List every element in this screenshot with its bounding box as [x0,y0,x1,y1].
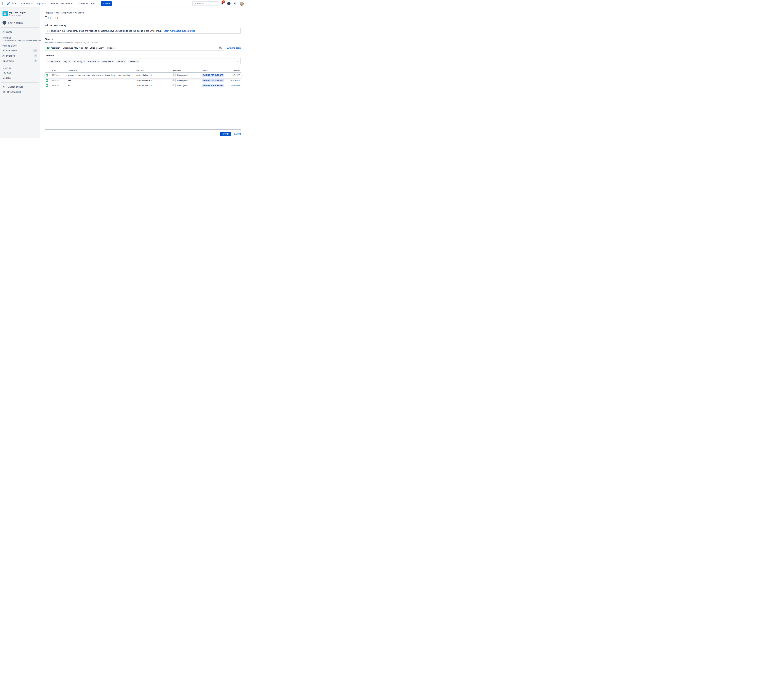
remove-chip-icon[interactable]: ✕ [68,61,70,62]
issue-assignee: Unassigned [177,84,188,87]
issue-key: MIP-28 [52,79,68,81]
settings-button[interactable]: ⚙ [233,2,237,6]
remove-chip-icon[interactable]: ✕ [97,61,99,62]
chevron-down-icon [3,68,4,69]
col-header-reporter: Reporter [137,69,173,71]
remove-chip-icon[interactable]: ✕ [137,61,138,62]
sidebar-item-all-tickets[interactable]: All tickets [0,29,40,34]
sidebar-item-toulouse[interactable]: Toulouse [0,70,40,75]
remove-chip-icon[interactable]: ✕ [83,61,85,62]
jira-logo[interactable]: Jira [7,2,16,5]
columns-chip-list: Issue Type ✕ Key ✕ Summary ✕ Reporter ✕ … [47,59,236,63]
count-badge: 0 [34,54,37,57]
issue-created-date: 16/Dec/22 [230,79,240,81]
table-row[interactable]: MIP-28 test Juliette Lallement Unassigne… [45,78,241,83]
manage-queues-button[interactable]: ⚙ Manage queues [0,84,40,89]
remove-chip-icon[interactable]: ✕ [124,61,125,62]
back-to-project-label: Back to project [8,22,23,24]
issue-summary-link[interactable]: Automatically triage issue to the queue … [68,74,137,76]
sidebar-item-montreal[interactable]: Montreal [0,75,40,81]
jql-help-icon[interactable]: ? [219,47,222,49]
columns-heading: Columns [45,54,241,57]
global-search[interactable] [192,1,218,6]
chevron-down-icon[interactable] [237,61,239,62]
nav-item-projects[interactable]: Projects [34,0,48,7]
project-header: My ITSM project Service project [0,11,40,16]
team-priority-card: Queues in the Team priority group are vi… [45,28,241,34]
jql-input[interactable]: ✓ resolution = Unresolved AND "Reporter … [45,45,224,51]
issue-reporter: Juliette Lallement [137,79,173,81]
chevron-down-icon [74,3,75,4]
help-icon: ? [227,2,230,5]
sidebar-item-all-open-tickets[interactable]: All open tickets 30 [0,48,40,53]
prefilter-text: This queue is already filtered by: [45,42,73,44]
user-avatar[interactable] [240,2,244,6]
unassigned-avatar-icon [173,73,176,77]
issue-key: MIP-30 [52,74,68,76]
column-chip-assignee: Assignee ✕ [101,59,115,63]
remove-chip-icon[interactable]: ✕ [112,61,114,62]
count-badge: 0 [34,59,37,62]
column-chip-key: Key ✕ [63,59,71,63]
column-chip-reporter: Reporter ✕ [87,59,100,63]
nav-item-filters[interactable]: Filters [48,0,59,7]
help-button[interactable]: ? [227,2,231,6]
columns-select[interactable]: Issue Type ✕ Key ✕ Summary ✕ Reporter ✕ … [45,58,241,64]
project-avatar-icon [3,11,8,16]
switch-to-basic-link[interactable]: Switch to basic [227,47,241,49]
column-chip-issue-type: Issue Type ✕ [47,59,61,63]
sidebar-item-all-my-tickets[interactable]: All my tickets 0 [0,53,40,58]
nav-item-apps[interactable]: Apps [89,0,100,7]
nav-create-button[interactable]: Create [101,1,112,6]
status-badge: WAITING FOR SUPPORT [202,74,224,76]
queue-groups-learn-more-link[interactable]: Learn more about queue groups. [163,30,196,32]
jira-logo-text: Jira [11,2,16,5]
chevron-down-icon [56,3,58,4]
nav-item-your-work[interactable]: Your work [19,0,34,7]
project-type: Service project [9,14,26,16]
team-priority-description: Queues in the Team priority group are vi… [51,30,162,32]
col-header-status: Status [202,69,230,71]
breadcrumb-all-tickets[interactable]: All tickets [75,11,84,14]
nav-item-people[interactable]: People [77,0,89,7]
unassigned-avatar-icon [173,84,176,87]
sidebar-item-open-tasks[interactable]: Open tasks 0 [0,58,40,64]
top-navigation: Jira Your work Projects Filters Dashboar… [0,0,246,7]
issue-reporter: Juliette Lallement [137,74,173,76]
notification-count-badge: 9+ [222,0,225,3]
team-priority-checkbox[interactable] [47,30,50,32]
nav-right-controls: 9+ ? ⚙ [192,1,244,6]
issue-reporter: Juliette Lallement [137,84,173,87]
column-chip-summary: Summary ✕ [72,59,86,63]
cancel-button[interactable]: Cancel [234,133,241,135]
form-footer: Create Cancel [45,129,241,136]
megaphone-icon [3,91,5,93]
table-row[interactable]: MIP-26 test Juliette Lallement Unassigne… [45,83,241,88]
status-badge: WAITING FOR SUPPORT [202,79,224,82]
breadcrumb: Projects / My ITSM project / All tickets [45,11,241,14]
app-switcher-button[interactable] [2,2,6,6]
nav-item-dashboards[interactable]: Dashboards [59,0,77,7]
search-input[interactable] [197,2,216,5]
issue-summary-link[interactable]: test [68,84,137,87]
chevron-down-icon [31,3,33,4]
other-section-toggle[interactable]: OTHER [0,67,40,69]
notifications-button[interactable]: 9+ [220,2,224,6]
issue-created-date: 12/Jan/23 [230,74,240,76]
back-to-project[interactable]: ← Back to project [0,20,40,25]
table-header-row: T Key Summary Reporter Assignee Status C… [45,68,241,73]
breadcrumb-projects[interactable]: Projects [45,11,53,14]
breadcrumb-my-itsm-project[interactable]: My ITSM project [56,11,72,14]
project-sidebar: My ITSM project Service project ← Back t… [0,7,40,138]
search-icon [194,3,196,5]
give-feedback-button[interactable]: Give feedback [0,89,40,95]
issue-assignee: Unassigned [177,79,188,81]
remove-chip-icon[interactable]: ✕ [59,61,61,62]
jql-query-text: resolution = Unresolved AND "Reporter - … [51,47,218,49]
chevron-down-icon [86,3,88,4]
table-row[interactable]: MIP-30 Automatically triage issue to the… [45,73,241,78]
issue-summary-link[interactable]: test [68,79,137,81]
create-queue-button[interactable]: Create [220,132,231,136]
unassigned-avatar-icon [173,79,176,82]
issue-assignee: Unassigned [177,74,188,76]
